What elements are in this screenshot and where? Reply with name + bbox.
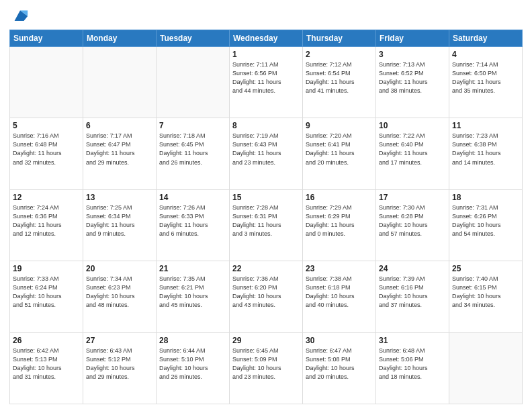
- calendar-cell: 24Sunrise: 7:39 AM Sunset: 6:16 PM Dayli…: [376, 261, 449, 332]
- calendar-cell: [83, 47, 157, 118]
- calendar-cell: 9Sunrise: 7:20 AM Sunset: 6:41 PM Daylig…: [303, 118, 376, 189]
- calendar-cell: 26Sunrise: 6:42 AM Sunset: 5:13 PM Dayli…: [10, 332, 83, 404]
- day-info: Sunrise: 7:25 AM Sunset: 6:34 PM Dayligh…: [86, 203, 153, 238]
- day-info: Sunrise: 7:31 AM Sunset: 6:26 PM Dayligh…: [452, 203, 519, 238]
- day-info: Sunrise: 6:45 AM Sunset: 5:09 PM Dayligh…: [232, 347, 300, 381]
- calendar-cell: 1Sunrise: 7:11 AM Sunset: 6:56 PM Daylig…: [230, 47, 303, 118]
- calendar-week-row: 26Sunrise: 6:42 AM Sunset: 5:13 PM Dayli…: [10, 332, 523, 404]
- day-info: Sunrise: 7:17 AM Sunset: 6:47 PM Dayligh…: [86, 132, 153, 167]
- calendar-cell: 2Sunrise: 7:12 AM Sunset: 6:54 PM Daylig…: [303, 47, 376, 118]
- page: SundayMondayTuesdayWednesdayThursdayFrid…: [0, 0, 532, 411]
- calendar-cell: 28Sunrise: 6:44 AM Sunset: 5:10 PM Dayli…: [157, 332, 230, 404]
- calendar-cell: 30Sunrise: 6:47 AM Sunset: 5:08 PM Dayli…: [303, 332, 376, 404]
- day-info: Sunrise: 7:34 AM Sunset: 6:23 PM Dayligh…: [86, 275, 153, 310]
- day-info: Sunrise: 7:35 AM Sunset: 6:21 PM Dayligh…: [159, 275, 226, 310]
- day-info: Sunrise: 7:24 AM Sunset: 6:36 PM Dayligh…: [13, 203, 80, 238]
- day-info: Sunrise: 6:48 AM Sunset: 5:06 PM Dayligh…: [379, 347, 446, 381]
- day-info: Sunrise: 7:30 AM Sunset: 6:28 PM Dayligh…: [379, 203, 446, 238]
- day-number: 7: [159, 121, 226, 130]
- weekday-header-wednesday: Wednesday: [230, 30, 303, 47]
- day-info: Sunrise: 7:19 AM Sunset: 6:43 PM Dayligh…: [232, 132, 300, 167]
- day-number: 5: [13, 121, 80, 130]
- calendar-cell: 10Sunrise: 7:22 AM Sunset: 6:40 PM Dayli…: [376, 118, 449, 189]
- day-info: Sunrise: 7:26 AM Sunset: 6:33 PM Dayligh…: [159, 203, 226, 238]
- day-number: 2: [306, 50, 373, 59]
- day-info: Sunrise: 7:39 AM Sunset: 6:16 PM Dayligh…: [379, 275, 446, 310]
- calendar-cell: 3Sunrise: 7:13 AM Sunset: 6:52 PM Daylig…: [376, 47, 449, 118]
- day-number: 30: [306, 336, 373, 345]
- day-info: Sunrise: 7:12 AM Sunset: 6:54 PM Dayligh…: [306, 60, 373, 95]
- day-info: Sunrise: 7:28 AM Sunset: 6:31 PM Dayligh…: [232, 203, 300, 238]
- calendar-cell: 29Sunrise: 6:45 AM Sunset: 5:09 PM Dayli…: [230, 332, 303, 404]
- day-info: Sunrise: 7:18 AM Sunset: 6:45 PM Dayligh…: [159, 132, 226, 167]
- day-number: 4: [452, 50, 519, 59]
- day-number: 31: [379, 336, 446, 345]
- day-number: 18: [452, 193, 519, 202]
- weekday-header-row: SundayMondayTuesdayWednesdayThursdayFrid…: [10, 30, 523, 47]
- day-number: 12: [13, 193, 80, 202]
- day-info: Sunrise: 7:38 AM Sunset: 6:18 PM Dayligh…: [306, 275, 373, 310]
- day-number: 6: [86, 121, 153, 130]
- day-number: 24: [379, 264, 446, 273]
- calendar-cell: 15Sunrise: 7:28 AM Sunset: 6:31 PM Dayli…: [230, 189, 303, 261]
- day-number: 14: [159, 193, 226, 202]
- calendar-cell: 18Sunrise: 7:31 AM Sunset: 6:26 PM Dayli…: [449, 189, 523, 261]
- day-number: 10: [379, 121, 446, 130]
- day-number: 23: [306, 264, 373, 273]
- weekday-header-monday: Monday: [83, 30, 157, 47]
- day-info: Sunrise: 6:43 AM Sunset: 5:12 PM Dayligh…: [86, 347, 153, 381]
- calendar-cell: 22Sunrise: 7:36 AM Sunset: 6:20 PM Dayli…: [230, 261, 303, 332]
- day-number: 3: [379, 50, 446, 59]
- weekday-header-sunday: Sunday: [10, 30, 83, 47]
- day-number: 11: [452, 121, 519, 130]
- calendar-cell: 27Sunrise: 6:43 AM Sunset: 5:12 PM Dayli…: [83, 332, 157, 404]
- day-number: 20: [86, 264, 153, 273]
- logo-icon: [11, 7, 30, 26]
- day-info: Sunrise: 7:22 AM Sunset: 6:40 PM Dayligh…: [379, 132, 446, 167]
- day-number: 9: [306, 121, 373, 130]
- calendar-cell: 7Sunrise: 7:18 AM Sunset: 6:45 PM Daylig…: [157, 118, 230, 189]
- calendar-week-row: 1Sunrise: 7:11 AM Sunset: 6:56 PM Daylig…: [10, 47, 523, 118]
- calendar-cell: 16Sunrise: 7:29 AM Sunset: 6:29 PM Dayli…: [303, 189, 376, 261]
- calendar-cell: 12Sunrise: 7:24 AM Sunset: 6:36 PM Dayli…: [10, 189, 83, 261]
- day-number: 22: [232, 264, 300, 273]
- calendar-cell: 23Sunrise: 7:38 AM Sunset: 6:18 PM Dayli…: [303, 261, 376, 332]
- calendar-cell: 31Sunrise: 6:48 AM Sunset: 5:06 PM Dayli…: [376, 332, 449, 404]
- day-number: 13: [86, 193, 153, 202]
- calendar-cell: 25Sunrise: 7:40 AM Sunset: 6:15 PM Dayli…: [449, 261, 523, 332]
- calendar-cell: 17Sunrise: 7:30 AM Sunset: 6:28 PM Dayli…: [376, 189, 449, 261]
- day-number: 29: [232, 336, 300, 345]
- day-number: 25: [452, 264, 519, 273]
- calendar-week-row: 19Sunrise: 7:33 AM Sunset: 6:24 PM Dayli…: [10, 261, 523, 332]
- calendar-cell: 6Sunrise: 7:17 AM Sunset: 6:47 PM Daylig…: [83, 118, 157, 189]
- day-number: 16: [306, 193, 373, 202]
- calendar-cell: [10, 47, 83, 118]
- calendar-cell: 8Sunrise: 7:19 AM Sunset: 6:43 PM Daylig…: [230, 118, 303, 189]
- day-number: 21: [159, 264, 226, 273]
- calendar-cell: [157, 47, 230, 118]
- day-info: Sunrise: 7:13 AM Sunset: 6:52 PM Dayligh…: [379, 60, 446, 95]
- logo: [9, 9, 30, 26]
- day-info: Sunrise: 7:36 AM Sunset: 6:20 PM Dayligh…: [232, 275, 300, 310]
- day-number: 8: [232, 121, 300, 130]
- calendar-cell: 20Sunrise: 7:34 AM Sunset: 6:23 PM Dayli…: [83, 261, 157, 332]
- calendar-week-row: 12Sunrise: 7:24 AM Sunset: 6:36 PM Dayli…: [10, 189, 523, 261]
- day-info: Sunrise: 6:47 AM Sunset: 5:08 PM Dayligh…: [306, 347, 373, 381]
- weekday-header-thursday: Thursday: [303, 30, 376, 47]
- day-info: Sunrise: 6:42 AM Sunset: 5:13 PM Dayligh…: [13, 347, 80, 381]
- day-number: 28: [159, 336, 226, 345]
- day-number: 27: [86, 336, 153, 345]
- calendar-table: SundayMondayTuesdayWednesdayThursdayFrid…: [9, 30, 523, 404]
- day-info: Sunrise: 7:20 AM Sunset: 6:41 PM Dayligh…: [306, 132, 373, 167]
- weekday-header-saturday: Saturday: [449, 30, 523, 47]
- weekday-header-tuesday: Tuesday: [157, 30, 230, 47]
- day-info: Sunrise: 7:33 AM Sunset: 6:24 PM Dayligh…: [13, 275, 80, 310]
- calendar-week-row: 5Sunrise: 7:16 AM Sunset: 6:48 PM Daylig…: [10, 118, 523, 189]
- day-number: 15: [232, 193, 300, 202]
- calendar-cell: 19Sunrise: 7:33 AM Sunset: 6:24 PM Dayli…: [10, 261, 83, 332]
- header: [9, 7, 523, 26]
- calendar-cell: 14Sunrise: 7:26 AM Sunset: 6:33 PM Dayli…: [157, 189, 230, 261]
- day-number: 1: [232, 50, 300, 59]
- day-info: Sunrise: 7:29 AM Sunset: 6:29 PM Dayligh…: [306, 203, 373, 238]
- day-info: Sunrise: 7:11 AM Sunset: 6:56 PM Dayligh…: [232, 60, 300, 95]
